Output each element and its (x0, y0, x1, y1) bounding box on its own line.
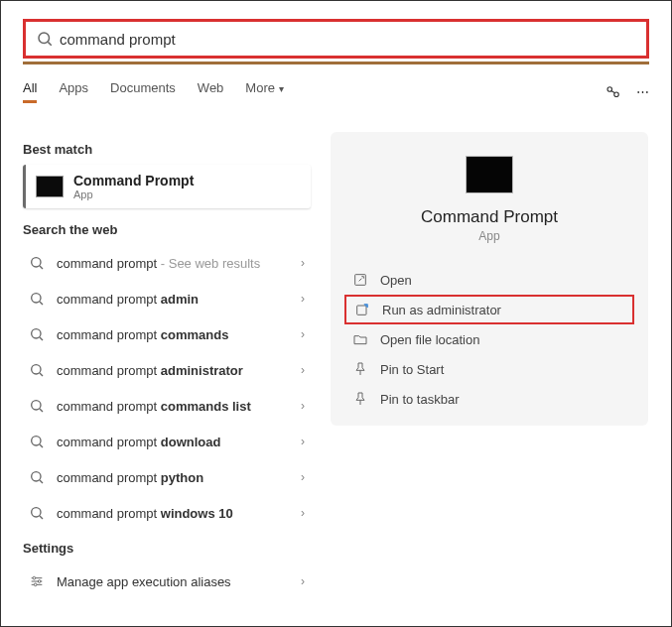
action-open-file-location[interactable]: Open file location (344, 324, 634, 354)
best-match-item[interactable]: Command Prompt App (23, 165, 311, 208)
svg-point-24 (33, 576, 36, 579)
tab-apps[interactable]: Apps (59, 80, 88, 103)
svg-point-9 (32, 329, 41, 338)
search-input[interactable] (60, 22, 636, 56)
kebab-icon[interactable]: ⋯ (636, 84, 649, 99)
web-item-label: command prompt windows 10 (57, 506, 301, 521)
settings-list: Manage app execution aliases› (23, 564, 311, 599)
web-item[interactable]: command prompt - See web results› (23, 245, 311, 281)
svg-line-16 (40, 444, 43, 447)
svg-line-10 (40, 337, 43, 340)
action-label: Run as administrator (382, 303, 501, 317)
svg-line-14 (40, 409, 43, 412)
web-item-label: command prompt download (57, 435, 301, 449)
svg-line-18 (40, 480, 43, 483)
tab-web[interactable]: Web (198, 80, 224, 103)
svg-line-6 (40, 266, 43, 269)
web-list: command prompt - See web results›command… (23, 245, 311, 531)
svg-point-7 (32, 294, 41, 303)
web-item-label: command prompt commands list (57, 399, 301, 414)
app-title: Command Prompt (331, 207, 648, 227)
svg-point-17 (32, 472, 41, 481)
cmd-thumbnail-icon (36, 176, 64, 197)
app-sub: App (331, 229, 648, 243)
web-item[interactable]: command prompt commands› (23, 316, 311, 352)
svg-rect-28 (357, 306, 366, 314)
action-label: Open (380, 273, 412, 288)
web-item-label: command prompt python (57, 470, 301, 485)
left-column: Best match Command Prompt App Search the… (23, 132, 311, 599)
svg-point-13 (32, 401, 41, 410)
svg-line-12 (40, 373, 43, 376)
action-list: OpenRun as administratorOpen file locati… (331, 265, 648, 414)
action-pin-to-taskbar[interactable]: Pin to taskbar (344, 384, 634, 414)
web-item-label: command prompt administrator (57, 363, 301, 378)
tabs-row: All Apps Documents Web More ▾ ⋯ (23, 80, 649, 103)
svg-point-19 (32, 508, 41, 517)
tab-all[interactable]: All (23, 80, 37, 103)
web-item[interactable]: command prompt python› (23, 459, 311, 495)
action-pin-to-start[interactable]: Pin to Start (344, 354, 634, 384)
search-underline (23, 62, 649, 64)
settings-item[interactable]: Manage app execution aliases› (23, 564, 311, 599)
web-item-label: command prompt admin (57, 292, 301, 307)
action-open[interactable]: Open (344, 265, 634, 295)
settings-item-label: Manage app execution aliases (57, 574, 301, 589)
svg-point-26 (34, 583, 37, 586)
action-run-as-administrator[interactable]: Run as administrator (344, 295, 634, 324)
svg-point-0 (39, 33, 50, 44)
svg-line-4 (611, 90, 615, 92)
action-label: Pin to Start (380, 362, 444, 377)
web-item[interactable]: command prompt download› (23, 424, 311, 459)
web-item[interactable]: command prompt admin› (23, 281, 311, 316)
svg-line-1 (48, 42, 51, 45)
search-web-header: Search the web (23, 222, 311, 237)
action-label: Pin to taskbar (380, 392, 460, 407)
search-bar[interactable] (23, 19, 649, 59)
svg-line-8 (40, 302, 43, 305)
svg-point-15 (32, 437, 41, 445)
svg-point-5 (32, 258, 41, 267)
web-item[interactable]: command prompt administrator› (23, 352, 311, 388)
web-item-label: command prompt commands (57, 327, 301, 342)
details-panel: Command Prompt App OpenRun as administra… (331, 132, 648, 426)
settings-header: Settings (23, 541, 311, 556)
best-match-title: Command Prompt (73, 173, 194, 188)
best-match-header: Best match (23, 142, 311, 157)
svg-line-20 (40, 516, 43, 519)
search-icon (36, 30, 54, 48)
action-label: Open file location (380, 332, 479, 347)
share-icon[interactable] (605, 83, 622, 101)
tab-more[interactable]: More ▾ (245, 80, 283, 103)
best-match-sub: App (73, 188, 194, 200)
svg-point-11 (32, 365, 41, 374)
web-item[interactable]: command prompt commands list› (23, 388, 311, 424)
app-thumbnail-icon (466, 156, 513, 193)
web-item-label: command prompt - See web results (57, 256, 301, 271)
tab-documents[interactable]: Documents (110, 80, 176, 103)
svg-point-25 (38, 580, 41, 583)
web-item[interactable]: command prompt windows 10› (23, 495, 311, 531)
